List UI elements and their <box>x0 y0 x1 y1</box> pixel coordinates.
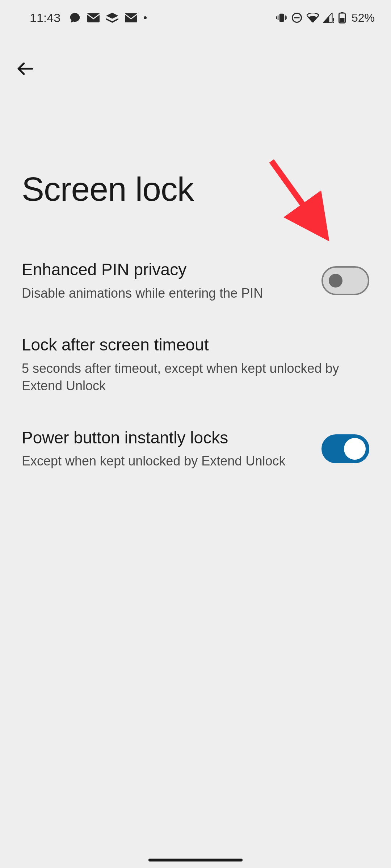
setting-power-button-locks[interactable]: Power button instantly locks Except when… <box>22 413 369 488</box>
svg-rect-5 <box>276 16 277 19</box>
svg-point-10 <box>333 22 334 23</box>
status-right: 52% <box>276 11 375 25</box>
page-title: Screen lock <box>0 80 391 209</box>
svg-rect-6 <box>286 16 287 19</box>
setting-subtitle: Except when kept unlocked by Extend Unlo… <box>22 452 311 470</box>
settings-list: Enhanced PIN privacy Disable animations … <box>0 209 391 488</box>
setting-subtitle: Disable animations while entering the PI… <box>22 285 311 302</box>
app-bar <box>0 33 391 80</box>
status-left: 11:43 <box>30 11 147 25</box>
svg-rect-0 <box>87 13 100 22</box>
mail-app-icon <box>87 13 100 22</box>
setting-lock-after-timeout[interactable]: Lock after screen timeout 5 seconds afte… <box>22 320 369 413</box>
signal-icon <box>323 13 334 23</box>
setting-text: Enhanced PIN privacy Disable animations … <box>22 259 311 302</box>
status-time: 11:43 <box>30 11 60 25</box>
svg-rect-9 <box>333 18 334 21</box>
setting-title: Lock after screen timeout <box>22 335 369 356</box>
toggle-power-button-locks[interactable] <box>321 434 369 463</box>
toggle-knob <box>329 274 342 288</box>
setting-text: Power button instantly locks Except when… <box>22 427 311 470</box>
nav-handle[interactable] <box>148 859 243 861</box>
mail-app-icon-2 <box>125 13 137 22</box>
wifi-icon <box>307 13 319 22</box>
svg-rect-12 <box>341 12 343 13</box>
svg-rect-13 <box>340 18 345 22</box>
svg-rect-4 <box>285 16 286 20</box>
back-button[interactable] <box>14 58 36 80</box>
svg-rect-3 <box>278 16 279 20</box>
setting-enhanced-pin-privacy[interactable]: Enhanced PIN privacy Disable animations … <box>22 245 369 320</box>
setting-title: Enhanced PIN privacy <box>22 259 311 280</box>
setting-text: Lock after screen timeout 5 seconds afte… <box>22 335 369 395</box>
svg-rect-2 <box>279 14 284 22</box>
status-bar: 11:43 52% <box>0 0 391 33</box>
setting-title: Power button instantly locks <box>22 427 311 448</box>
layers-icon <box>106 13 118 23</box>
toggle-knob <box>344 438 366 460</box>
chat-bubble-icon <box>69 12 81 24</box>
arrow-left-icon <box>16 60 34 78</box>
setting-subtitle: 5 seconds after timeout, except when kep… <box>22 360 369 395</box>
vibrate-icon <box>276 12 287 23</box>
svg-rect-1 <box>125 13 137 22</box>
toggle-enhanced-pin-privacy[interactable] <box>321 266 369 295</box>
battery-percentage: 52% <box>352 11 375 25</box>
more-notifications-icon <box>144 16 147 19</box>
do-not-disturb-icon <box>291 12 302 23</box>
battery-icon <box>339 12 346 24</box>
